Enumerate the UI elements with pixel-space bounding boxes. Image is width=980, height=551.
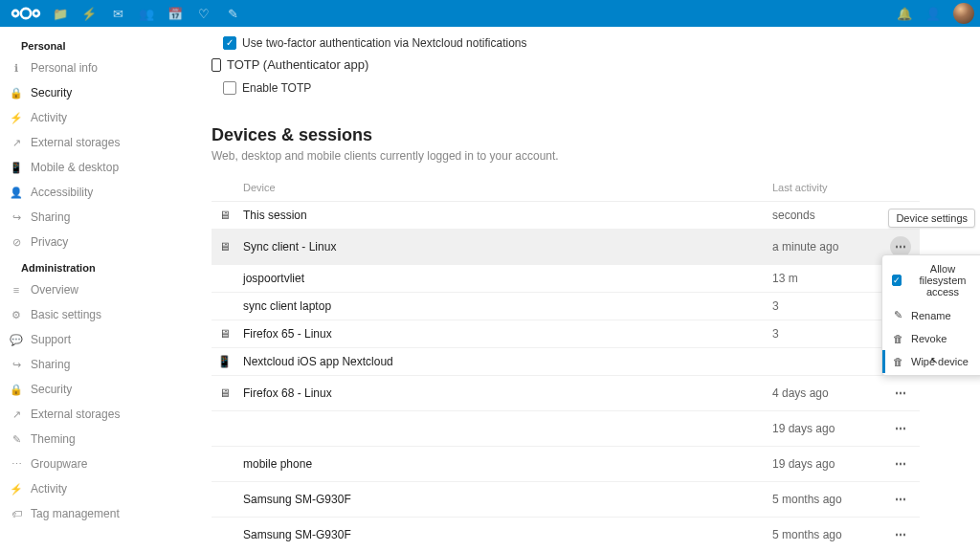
device-name: jospoortvliet [237, 265, 767, 293]
sidebar-item-icon: ⚙ [10, 309, 23, 321]
sidebar-item-accessibility[interactable]: 👤Accessibility [0, 180, 172, 205]
sidebar-item-basic-settings[interactable]: ⚙Basic settings [0, 302, 172, 327]
sidebar-item-overview[interactable]: ≡Overview [0, 277, 172, 302]
activity-icon[interactable]: ⚡ [75, 0, 103, 27]
mail-icon[interactable]: ✉ [103, 0, 132, 27]
device-name: mobile phone [237, 447, 767, 482]
device-last-activity: 13 m [767, 265, 881, 293]
sidebar-item-icon: ℹ [10, 62, 23, 75]
sidebar-item-label: Security [31, 383, 72, 396]
sidebar-item-activity[interactable]: ⚡Activity [0, 105, 172, 130]
device-actions-button[interactable]: ⋯ [890, 453, 911, 474]
phone-icon [212, 58, 221, 72]
files-icon[interactable]: 📁 [46, 0, 75, 27]
device-type-icon [212, 518, 237, 552]
contacts-icon[interactable]: 👥 [132, 0, 161, 27]
sidebar-item-icon: ↗ [10, 137, 23, 149]
device-type-icon [212, 447, 237, 482]
device-row: 🖥Firefox 68 - Linux4 days ago⋯ [212, 376, 920, 411]
contacts-menu-icon[interactable]: 👤 [919, 0, 947, 27]
sidebar-item-label: External storages [31, 408, 120, 421]
sidebar-item-icon: ✎ [10, 433, 23, 446]
sidebar-item-personal-info[interactable]: ℹPersonal info [0, 55, 172, 80]
trash-icon: 🗑 [892, 333, 903, 344]
sidebar-item-theming[interactable]: ✎Theming [0, 427, 172, 452]
sidebar-item-activity[interactable]: ⚡Activity [0, 476, 172, 501]
device-actions-cell: ⋯ [881, 376, 920, 411]
calendar-icon[interactable]: 📅 [161, 0, 189, 27]
menu-revoke[interactable]: 🗑Revoke [882, 327, 980, 350]
sidebar-item-icon: ⋯ [10, 458, 23, 471]
device-settings-tooltip: Device settings [888, 209, 975, 228]
checkbox-checked-icon [892, 275, 902, 286]
nextcloud-logo[interactable] [6, 6, 46, 21]
menu-wipe-device[interactable]: 🗑Wipe device↖ [882, 350, 980, 373]
device-type-icon: 🖥 [212, 376, 237, 411]
device-actions-button[interactable]: ⋯ [890, 383, 911, 404]
device-last-activity: 4 days ago [767, 376, 881, 411]
sidebar-item-privacy[interactable]: ⊘Privacy [0, 230, 172, 254]
twofactor-nc-notif-row[interactable]: Use two-factor authentication via Nextcl… [223, 36, 980, 50]
device-type-icon: 🖥 [212, 202, 237, 230]
sidebar-item-icon: 🔒 [10, 87, 23, 99]
sidebar-item-icon: ⊘ [10, 236, 23, 249]
device-last-activity [767, 348, 881, 376]
sidebar-item-sharing[interactable]: ↪Sharing [0, 205, 172, 230]
device-actions-button[interactable]: ⋯ [890, 489, 911, 510]
sidebar-item-icon: 📱 [10, 162, 23, 174]
device-actions-cell: ⋯ [881, 518, 920, 552]
checkbox-checked-icon[interactable] [223, 36, 236, 50]
sidebar-item-label: Support [31, 333, 71, 346]
sidebar-item-label: Security [31, 86, 72, 99]
sidebar-item-tag-management[interactable]: 🏷Tag management [0, 501, 172, 526]
sidebar-item-label: External storages [31, 136, 120, 149]
device-last-activity: 3 [767, 320, 881, 348]
trash-icon: 🗑 [892, 356, 903, 367]
device-name: sync client laptop [237, 293, 767, 320]
menu-allow-filesystem[interactable]: Allow filesystem access [882, 257, 980, 303]
sidebar-heading-admin: Administration [0, 254, 172, 277]
svg-point-0 [21, 9, 31, 18]
device-type-icon [212, 411, 237, 447]
notifications-icon[interactable]: 🔔 [890, 0, 919, 27]
device-name: Sync client - Linux [237, 230, 767, 265]
sidebar-item-security[interactable]: 🔒Security [0, 80, 172, 105]
device-actions-button[interactable]: ⋯ [890, 524, 911, 545]
notes-icon[interactable]: ✎ [218, 0, 247, 27]
device-actions-cell: ⋯Device settingsAllow filesystem access✎… [881, 230, 920, 265]
device-name: Samsung SM-G930F [237, 518, 767, 552]
enable-totp-row[interactable]: Enable TOTP [223, 81, 980, 95]
device-last-activity: 5 months ago [767, 518, 881, 552]
twofactor-nc-notif-label: Use two-factor authentication via Nextcl… [242, 36, 527, 50]
sidebar-item-external-storages[interactable]: ↗External storages [0, 402, 172, 427]
devices-heading: Devices & sessions [212, 125, 980, 145]
sidebar-item-icon: ↪ [10, 359, 23, 371]
svg-point-1 [12, 11, 18, 16]
sidebar-item-mobile-desktop[interactable]: 📱Mobile & desktop [0, 155, 172, 180]
devices-sub: Web, desktop and mobile clients currentl… [212, 149, 980, 163]
deck-icon[interactable]: ♡ [189, 0, 218, 27]
device-actions-button[interactable]: ⋯ [890, 418, 911, 439]
sidebar-item-label: Theming [31, 432, 76, 446]
sidebar-item-label: Privacy [31, 235, 68, 249]
settings-sidebar: Personal ℹPersonal info🔒Security⚡Activit… [0, 27, 172, 551]
enable-totp-label: Enable TOTP [242, 81, 311, 95]
sidebar-item-security[interactable]: 🔒Security [0, 377, 172, 402]
user-avatar[interactable] [953, 3, 974, 24]
sidebar-item-sharing[interactable]: ↪Sharing [0, 352, 172, 377]
device-last-activity: 19 days ago [767, 447, 881, 482]
device-row: 🖥Sync client - Linuxa minute ago⋯Device … [212, 230, 920, 265]
device-last-activity: seconds [767, 202, 881, 230]
sidebar-item-icon: ↗ [10, 408, 23, 421]
device-name: Nextcloud iOS app Nextcloud [237, 348, 767, 376]
checkbox-empty-icon[interactable] [223, 81, 236, 95]
device-name [237, 411, 767, 447]
menu-rename[interactable]: ✎Rename [882, 303, 980, 327]
sidebar-item-support[interactable]: 💬Support [0, 327, 172, 352]
sidebar-item-groupware[interactable]: ⋯Groupware [0, 452, 172, 476]
sidebar-item-external-storages[interactable]: ↗External storages [0, 130, 172, 155]
device-name: This session [237, 202, 767, 230]
sidebar-item-icon: 🏷 [10, 508, 23, 519]
sidebar-item-icon: ≡ [10, 284, 23, 296]
top-bar: 📁 ⚡ ✉ 👥 📅 ♡ ✎ 🔔 👤 [0, 0, 980, 27]
